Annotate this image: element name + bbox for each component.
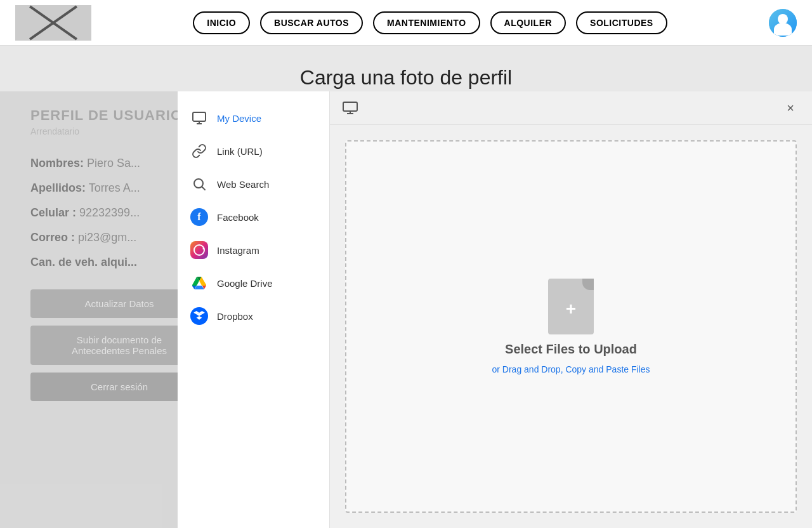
link-url-label: Link (URL): [217, 146, 263, 157]
close-button[interactable]: ×: [782, 99, 799, 117]
instagram-icon: [190, 241, 208, 259]
user-avatar[interactable]: [769, 9, 797, 37]
dropbox-label: Dropbox: [217, 311, 253, 322]
svg-rect-0: [193, 112, 206, 121]
logo: [15, 5, 91, 41]
google-drive-icon: [190, 274, 208, 292]
subtitle-prefix: or: [492, 364, 502, 374]
upload-title-part2: to Upload: [575, 342, 637, 356]
sidebar-item-dropbox[interactable]: Dropbox: [178, 300, 329, 333]
dropbox-icon: [190, 307, 208, 325]
sidebar-item-my-device[interactable]: My Device: [178, 102, 329, 135]
my-device-label: My Device: [217, 113, 261, 124]
facebook-icon: f: [190, 208, 208, 226]
google-drive-label: Google Drive: [217, 278, 273, 289]
nav-mantenimiento[interactable]: MANTENIMIENTO: [373, 11, 480, 34]
logo-image: [25, 10, 82, 36]
file-icon: +: [548, 279, 594, 334]
navigation: INICIO BUSCAR AUTOS MANTENIMIENTO ALQUIL…: [91, 11, 769, 34]
file-plus-icon: +: [566, 299, 576, 319]
nav-buscar-autos[interactable]: BUSCAR AUTOS: [260, 11, 363, 34]
sidebar-item-link-url[interactable]: Link (URL): [178, 135, 329, 168]
dialog-header: ×: [330, 91, 812, 125]
link-icon: [190, 142, 208, 160]
dialog-monitor-icon: [343, 102, 358, 114]
web-search-label: Web Search: [217, 179, 269, 190]
upload-title-part1: Select: [505, 342, 546, 356]
upload-subtitle: or Drag and Drop, Copy and Paste Files: [492, 364, 650, 374]
monitor-icon: [190, 109, 208, 127]
dialog-overlay: My Device Link (URL): [0, 91, 812, 528]
upload-drop-area[interactable]: + Select Files to Upload or Drag and Dro…: [345, 140, 797, 513]
sidebar-item-instagram[interactable]: Instagram: [178, 234, 329, 267]
upload-title: Select Files to Upload: [505, 342, 637, 357]
instagram-label: Instagram: [217, 245, 259, 256]
sidebar-item-google-drive[interactable]: Google Drive: [178, 267, 329, 300]
page-title: Carga una foto de perfil: [30, 66, 782, 89]
nav-solicitudes[interactable]: SOLICITUDES: [576, 11, 667, 34]
facebook-label: Facebook: [217, 212, 259, 223]
nav-inicio[interactable]: INICIO: [193, 11, 250, 34]
subtitle-colored2: Paste Files: [606, 364, 650, 374]
magnifier-icon: [190, 175, 208, 193]
subtitle-suffix: and: [586, 364, 606, 374]
svg-rect-2: [343, 102, 357, 111]
avatar-image: [769, 9, 797, 37]
upload-dialog: My Device Link (URL): [178, 91, 812, 528]
header: INICIO BUSCAR AUTOS MANTENIMIENTO ALQUIL…: [0, 0, 812, 46]
subtitle-colored: Drag and Drop, Copy: [502, 364, 586, 374]
upload-title-bold: Files: [546, 342, 575, 356]
main-content: Carga una foto de perfil PERFIL DE USUAR…: [0, 46, 812, 528]
sidebar-item-web-search[interactable]: Web Search: [178, 168, 329, 201]
nav-alquiler[interactable]: ALQUILER: [490, 11, 566, 34]
sidebar-item-facebook[interactable]: f Facebook: [178, 201, 329, 234]
dialog-main: × + Select Files to Upload or Drag and D…: [330, 91, 812, 528]
dialog-sidebar: My Device Link (URL): [178, 91, 330, 528]
